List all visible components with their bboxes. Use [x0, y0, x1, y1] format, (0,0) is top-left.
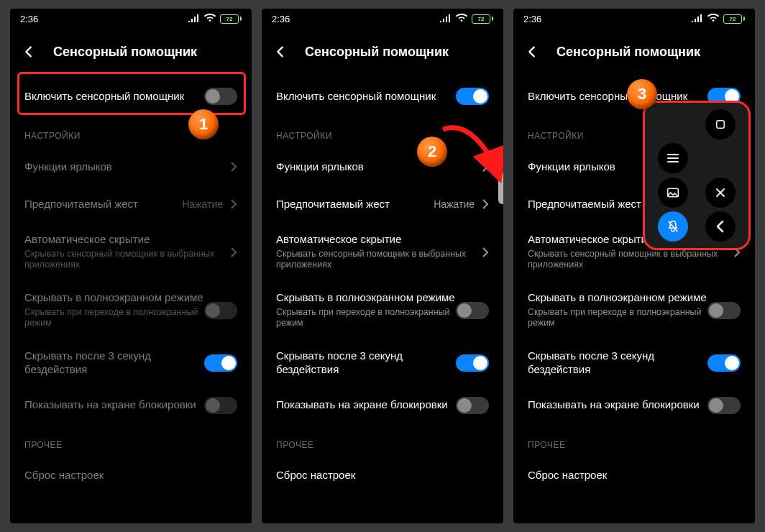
toggle-idle[interactable]	[456, 354, 489, 372]
row-reset[interactable]: Сброс настроек	[10, 457, 252, 495]
atc-square-icon[interactable]	[705, 109, 736, 139]
toggle-idle[interactable]	[204, 354, 237, 372]
row-autohide[interactable]: Автоматическое скрытие Скрывать сенсорны…	[262, 223, 503, 281]
toggle-fullscreen[interactable]	[456, 302, 489, 319]
toggle-lockscreen[interactable]	[204, 397, 237, 414]
status-bar: 2:36 72	[10, 9, 252, 29]
atc-back-icon[interactable]	[705, 211, 736, 242]
section-settings: НАСТРОЙКИ	[262, 115, 503, 148]
section-other: ПРОЧЕЕ	[513, 424, 755, 457]
back-button[interactable]	[16, 39, 42, 65]
section-other: ПРОЧЕЕ	[10, 424, 252, 457]
signal-icon	[692, 14, 703, 24]
status-time: 2:36	[20, 14, 188, 24]
row-reset[interactable]: Сброс настроек	[262, 457, 503, 495]
row-gesture[interactable]: Предпочитаемый жест Нажатие	[10, 185, 252, 223]
chevron-right-icon	[482, 247, 489, 258]
atc-slot-empty	[705, 143, 736, 173]
atc-close-icon[interactable]	[705, 178, 736, 208]
row-autohide[interactable]: Автоматическое скрытие Скрывать сенсорны…	[10, 223, 252, 281]
toggle-idle[interactable]	[707, 354, 741, 372]
toggle-lockscreen[interactable]	[456, 397, 489, 414]
row-enable-assistant[interactable]: Включить сенсорный помощник	[262, 78, 503, 115]
signal-icon	[440, 14, 452, 24]
atc-menu-icon[interactable]	[658, 143, 688, 173]
atc-slot-empty	[658, 109, 688, 139]
settings-list: Включить сенсорный помощник НАСТРОЙКИ Фу…	[262, 78, 503, 523]
battery-icon: 72	[220, 14, 242, 24]
phone-panel-3: 2:36 72 Сенсорный помощник Включить сенс…	[513, 9, 755, 523]
annotation-badge-2: 2	[417, 137, 447, 167]
annotation-badge-3: 3	[627, 79, 657, 109]
row-idle[interactable]: Скрывать после 3 секунд бездействия	[262, 339, 503, 387]
row-gesture[interactable]: Предпочитаемый жест Нажатие	[262, 185, 503, 223]
row-idle[interactable]: Скрывать после 3 секунд бездействия	[10, 339, 252, 387]
row-lockscreen[interactable]: Показывать на экране блокировки	[513, 387, 755, 424]
toggle-fullscreen[interactable]	[707, 302, 741, 319]
gesture-value: Нажатие	[434, 198, 475, 210]
app-bar: Сенсорный помощник	[262, 29, 503, 78]
row-reset[interactable]: Сброс настроек	[513, 457, 755, 495]
toggle-fullscreen[interactable]	[204, 302, 237, 319]
assistive-touch-handle[interactable]	[498, 173, 503, 204]
signal-icon	[188, 14, 200, 24]
chevron-right-icon	[482, 198, 489, 210]
chevron-right-icon	[230, 247, 237, 258]
row-idle[interactable]: Скрывать после 3 секунд бездействия	[513, 339, 755, 387]
annotation-badge-1: 1	[188, 109, 219, 139]
row-fullscreen[interactable]: Скрывать в полноэкранном режиме Скрывать…	[10, 281, 252, 339]
app-bar: Сенсорный помощник	[513, 29, 755, 78]
chevron-right-icon	[482, 161, 489, 173]
gesture-value: Нажатие	[182, 198, 223, 210]
status-time: 2:36	[523, 14, 692, 24]
toggle-enable-assistant[interactable]	[204, 88, 237, 105]
toggle-lockscreen[interactable]	[707, 397, 741, 414]
wifi-icon	[707, 14, 719, 24]
settings-list: Включить сенсорный помощник НАСТРОЙКИ Фу…	[10, 78, 252, 523]
status-bar: 2:36 72	[262, 9, 503, 29]
row-enable-assistant[interactable]: Включить сенсорный помощник	[10, 78, 252, 115]
row-lockscreen[interactable]: Показывать на экране блокировки	[10, 387, 252, 424]
row-fullscreen[interactable]: Скрывать в полноэкранном режиме Скрывать…	[513, 281, 755, 339]
row-shortcuts[interactable]: Функции ярлыков	[262, 148, 503, 185]
chevron-right-icon	[230, 198, 237, 210]
status-bar: 2:36 72	[513, 9, 755, 29]
wifi-icon	[204, 14, 216, 24]
status-time: 2:36	[272, 14, 440, 24]
atc-screenshot-icon[interactable]	[658, 178, 688, 208]
page-title: Сенсорный помощник	[53, 45, 197, 60]
atc-mute-icon[interactable]	[658, 211, 688, 242]
assistive-touch-panel[interactable]	[643, 101, 751, 250]
svg-rect-0	[717, 121, 725, 129]
row-shortcuts[interactable]: Функции ярлыков	[10, 148, 252, 185]
battery-icon: 72	[472, 14, 493, 24]
chevron-right-icon	[230, 161, 237, 173]
section-other: ПРОЧЕЕ	[262, 424, 503, 457]
row-lockscreen[interactable]: Показывать на экране блокировки	[262, 387, 503, 424]
phone-panel-2: 2:36 72 Сенсорный помощник Включить сенс…	[262, 9, 503, 523]
battery-icon: 72	[723, 14, 745, 24]
toggle-enable-assistant[interactable]	[456, 88, 489, 105]
row-fullscreen[interactable]: Скрывать в полноэкранном режиме Скрывать…	[262, 281, 503, 339]
app-bar: Сенсорный помощник	[10, 29, 252, 78]
back-button[interactable]	[267, 39, 293, 65]
phone-panel-1: 2:36 72 Сенсорный помощник Включить сенс…	[10, 9, 252, 523]
wifi-icon	[456, 14, 467, 24]
page-title: Сенсорный помощник	[305, 45, 449, 60]
page-title: Сенсорный помощник	[556, 45, 700, 60]
back-button[interactable]	[519, 39, 545, 65]
